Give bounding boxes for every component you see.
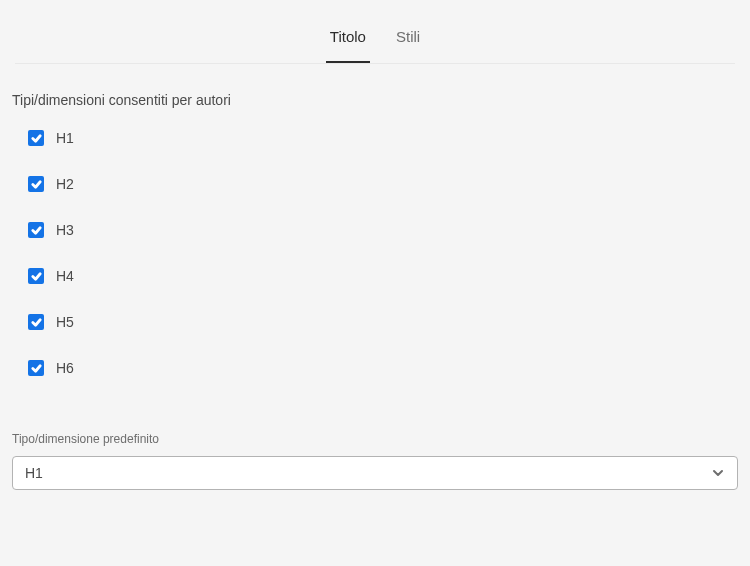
checkbox-h1[interactable]: [28, 130, 44, 146]
tab-bar: Titolo Stili: [15, 0, 735, 64]
chevron-down-icon: [711, 466, 725, 480]
checkbox-row-h2: H2: [28, 176, 740, 192]
checkbox-label-h6[interactable]: H6: [56, 360, 74, 376]
checkbox-row-h1: H1: [28, 130, 740, 146]
checkmark-icon: [31, 225, 42, 236]
checkbox-label-h5[interactable]: H5: [56, 314, 74, 330]
checkbox-row-h3: H3: [28, 222, 740, 238]
checkbox-row-h4: H4: [28, 268, 740, 284]
checkbox-row-h6: H6: [28, 360, 740, 376]
default-type-dropdown[interactable]: H1: [12, 456, 738, 490]
checkbox-label-h3[interactable]: H3: [56, 222, 74, 238]
checkbox-h4[interactable]: [28, 268, 44, 284]
default-type-label: Tipo/dimensione predefinito: [10, 432, 740, 446]
checkmark-icon: [31, 133, 42, 144]
checkbox-h2[interactable]: [28, 176, 44, 192]
checkmark-icon: [31, 363, 42, 374]
checkbox-h5[interactable]: [28, 314, 44, 330]
checkmark-icon: [31, 179, 42, 190]
checkbox-label-h2[interactable]: H2: [56, 176, 74, 192]
allowed-types-label: Tipi/dimensioni consentiti per autori: [10, 92, 740, 108]
checkbox-h3[interactable]: [28, 222, 44, 238]
checkmark-icon: [31, 317, 42, 328]
checkbox-label-h1[interactable]: H1: [56, 130, 74, 146]
tab-stili[interactable]: Stili: [396, 28, 420, 63]
checkbox-h6[interactable]: [28, 360, 44, 376]
checkbox-row-h5: H5: [28, 314, 740, 330]
checkmark-icon: [31, 271, 42, 282]
tab-titolo[interactable]: Titolo: [330, 28, 366, 63]
checkbox-label-h4[interactable]: H4: [56, 268, 74, 284]
dropdown-value: H1: [25, 465, 43, 481]
content-area: Tipi/dimensioni consentiti per autori H1…: [0, 64, 750, 500]
checkbox-list: H1 H2 H3 H4 H5: [10, 130, 740, 376]
